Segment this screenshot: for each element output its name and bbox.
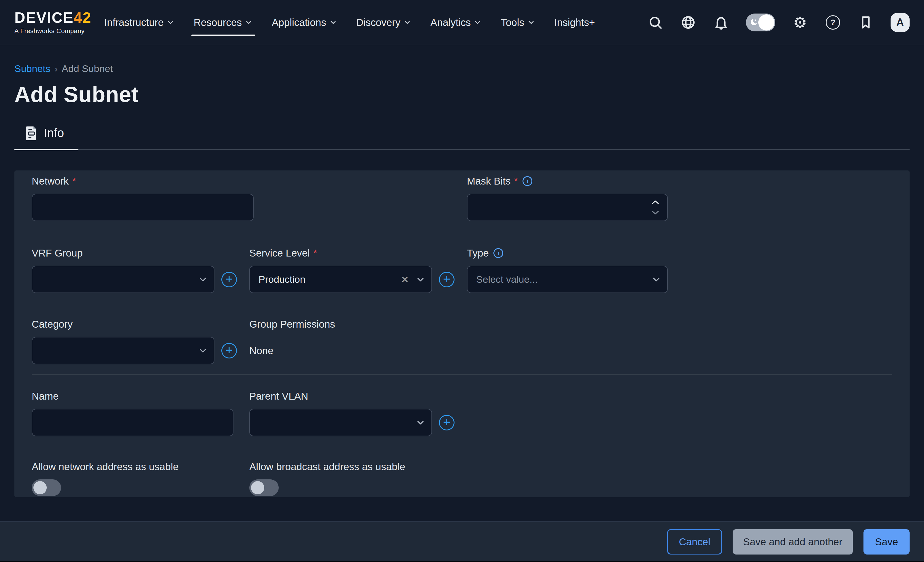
toggle-knob xyxy=(251,481,264,494)
nav-item-analytics[interactable]: Analytics xyxy=(430,0,482,45)
plus-glyph: + xyxy=(225,344,233,356)
label-text: Category xyxy=(32,318,73,330)
label-text: Type xyxy=(467,247,489,259)
chevron-down-icon xyxy=(198,274,208,285)
field-allow-broadcast-address: Allow broadcast address as usable xyxy=(249,460,405,496)
nav-item-discovery[interactable]: Discovery xyxy=(356,0,412,45)
toggle-knob xyxy=(758,14,774,30)
user-avatar[interactable]: A xyxy=(891,13,910,32)
add-parent-vlan-button[interactable]: + xyxy=(439,415,454,430)
vrf-group-label: VRF Group xyxy=(32,247,237,259)
plus-glyph: + xyxy=(443,273,450,285)
field-parent-vlan: Parent VLAN + xyxy=(249,390,454,436)
notifications-bell-icon[interactable] xyxy=(713,14,729,30)
allow-network-toggle[interactable] xyxy=(32,479,61,496)
top-navbar: DEVICE42 A Freshworks Company Infrastruc… xyxy=(0,0,924,45)
tab-underline-track xyxy=(14,149,910,150)
label-text: Name xyxy=(32,390,58,402)
group-permissions-value: None xyxy=(249,337,335,364)
field-allow-network-address: Allow network address as usable xyxy=(32,460,179,496)
device42-logo[interactable]: DEVICE42 A Freshworks Company xyxy=(14,10,92,35)
chevron-down-icon xyxy=(527,18,535,27)
bookmark-icon[interactable] xyxy=(858,14,874,30)
avatar-initial: A xyxy=(896,16,904,28)
network-input[interactable] xyxy=(32,194,254,221)
chevron-down-icon xyxy=(245,18,253,27)
nav-label: Discovery xyxy=(356,17,400,28)
logo-e: E xyxy=(63,9,74,26)
tab-info[interactable]: Info xyxy=(14,126,64,140)
save-and-add-another-button[interactable]: Save and add another xyxy=(733,529,853,555)
help-icon[interactable]: ? xyxy=(825,14,841,30)
settings-gear-icon[interactable]: ⚙ xyxy=(792,14,808,30)
cancel-button[interactable]: Cancel xyxy=(667,529,722,555)
info-icon[interactable]: i xyxy=(494,248,503,258)
logo-text: DEVICE42 xyxy=(14,10,92,25)
type-select[interactable]: Select value... xyxy=(467,266,668,293)
chevron-down-icon xyxy=(166,18,175,27)
parent-vlan-label: Parent VLAN xyxy=(249,390,454,402)
service-level-select[interactable]: Production ✕ xyxy=(249,266,432,293)
field-group-permissions: Group Permissions None xyxy=(249,318,335,364)
allow-network-label: Allow network address as usable xyxy=(32,460,179,473)
moon-icon xyxy=(748,18,758,27)
name-input[interactable] xyxy=(32,409,234,436)
name-label: Name xyxy=(32,390,234,402)
dark-mode-toggle[interactable] xyxy=(746,13,775,31)
nav-label: Tools xyxy=(501,17,524,28)
logo-2: 2 xyxy=(83,9,92,26)
info-icon[interactable]: i xyxy=(522,176,532,186)
parent-vlan-select[interactable] xyxy=(249,409,432,436)
add-subnet-form-panel: Network * Mask Bits * i xyxy=(14,170,910,497)
category-label: Category xyxy=(32,318,237,330)
chevron-down-icon xyxy=(415,274,426,285)
form-action-bar: Cancel Save and add another Save xyxy=(0,521,924,562)
clear-selection-icon[interactable]: ✕ xyxy=(401,274,409,285)
label-text: Parent VLAN xyxy=(249,390,308,402)
logo-device: DEVIC xyxy=(14,9,63,26)
chevron-down-icon xyxy=(651,274,662,285)
add-category-button[interactable]: + xyxy=(221,343,237,359)
chevron-down-icon xyxy=(474,18,482,27)
chevron-down-icon xyxy=(415,417,426,428)
label-text: Group Permissions xyxy=(249,318,335,330)
add-vrf-group-button[interactable]: + xyxy=(221,272,237,287)
allow-broadcast-toggle[interactable] xyxy=(249,479,279,496)
allow-broadcast-label: Allow broadcast address as usable xyxy=(249,460,405,473)
category-select[interactable] xyxy=(32,337,214,364)
tab-underline-rest xyxy=(14,149,910,150)
service-level-label: Service Level * xyxy=(249,247,454,259)
chevron-down-icon xyxy=(198,345,208,356)
search-icon[interactable] xyxy=(647,14,663,30)
chevron-down-icon xyxy=(403,18,411,27)
label-text: Network xyxy=(32,175,69,187)
chevron-down-icon xyxy=(329,18,337,27)
tabbar: Info xyxy=(14,126,910,150)
nav-item-applications[interactable]: Applications xyxy=(272,0,337,45)
required-marker: * xyxy=(514,175,518,187)
breadcrumb-current: Add Subnet xyxy=(62,63,113,74)
stepper-up-icon[interactable] xyxy=(651,200,660,205)
add-service-level-button[interactable]: + xyxy=(439,272,454,287)
nav-item-insights-plus[interactable]: Insights+ xyxy=(554,0,595,45)
page-title: Add Subnet xyxy=(14,82,910,107)
logo-tagline: A Freshworks Company xyxy=(14,27,85,35)
stepper-down-icon[interactable] xyxy=(651,210,660,215)
toggle-knob xyxy=(33,481,47,494)
page: DEVICE42 A Freshworks Company Infrastruc… xyxy=(0,0,924,562)
vrf-group-select[interactable] xyxy=(32,266,214,293)
nav-item-resources[interactable]: Resources xyxy=(194,0,253,45)
tab-underline-active xyxy=(14,149,78,150)
breadcrumb-subnets-link[interactable]: Subnets xyxy=(14,63,50,74)
globe-icon[interactable] xyxy=(680,14,696,30)
nav-item-tools[interactable]: Tools xyxy=(501,0,535,45)
label-text: Service Level xyxy=(249,247,310,259)
mask-bits-input[interactable] xyxy=(467,194,668,221)
mask-bits-label: Mask Bits * i xyxy=(467,175,668,187)
field-service-level: Service Level * Production ✕ + xyxy=(249,247,454,293)
nav-item-infrastructure[interactable]: Infrastructure xyxy=(104,0,174,45)
info-glyph: i xyxy=(498,250,499,257)
select-value: Production xyxy=(258,274,306,285)
logo-4: 4 xyxy=(74,9,83,26)
save-button[interactable]: Save xyxy=(864,529,910,555)
